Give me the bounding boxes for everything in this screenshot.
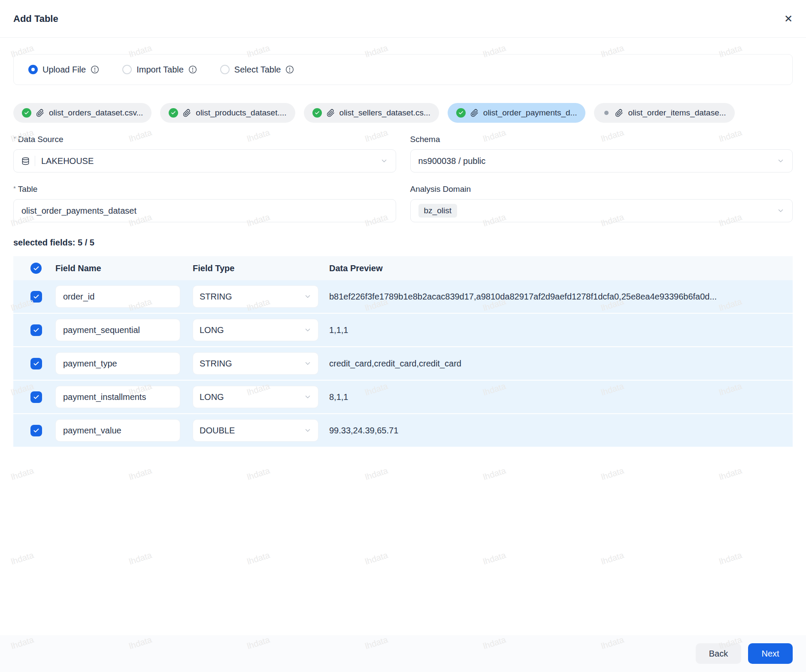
schema-select[interactable]: ns900038 / public [410,149,793,173]
paperclip-icon [183,109,191,117]
watermark-text: lhdata [246,550,271,567]
pending-dot-icon [604,111,609,115]
source-type-bar: Upload File Import Table Select Table [13,54,793,85]
watermark-text: lhdata [10,550,35,567]
uploaded-files-row: olist_orders_dataset.csv... olist_produc… [13,103,793,123]
column-header-data-preview: Data Preview [329,263,793,273]
data-preview-cell: credit_card,credit_card,credit_card [329,359,793,369]
radio-import-table[interactable]: Import Table [122,65,197,75]
next-button[interactable]: Next [748,643,793,664]
watermark-text: lhdata [600,466,625,482]
required-asterisk: * [13,135,16,142]
page-title: Add Table [13,13,58,24]
file-chip[interactable]: olist_sellers_dataset.cs... [304,103,439,123]
table-name-input[interactable]: olist_order_payments_dataset [13,199,396,222]
radio-upload-file[interactable]: Upload File [28,65,99,75]
check-icon [33,394,39,400]
watermark-text: lhdata [718,466,743,482]
chevron-down-icon [304,393,312,401]
watermark-text: lhdata [128,550,153,567]
file-chip[interactable]: olist_orders_dataset.csv... [13,103,152,123]
field-name-input[interactable]: payment_sequential [55,319,180,341]
watermark-text: lhdata [600,550,625,567]
chevron-down-icon [304,360,312,367]
file-chip[interactable]: olist_products_dataset.... [160,103,295,123]
file-chip-label: olist_products_dataset.... [196,108,286,118]
data-source-select[interactable]: LAKEHOUSE [13,149,396,173]
modal-header: Add Table ✕ [0,0,806,38]
data-preview-cell: b81ef226f3fe1789b1e8b2acac839d17,a9810da… [329,292,793,302]
row-checkbox[interactable] [30,358,42,369]
radio-label: Upload File [42,65,86,75]
paperclip-icon [36,109,44,117]
field-name-input[interactable]: payment_type [55,352,180,375]
domain-tag: bz_olist [418,204,457,218]
radio-icon[interactable] [220,65,230,74]
watermark-text: lhdata [482,550,507,567]
watermark-text: lhdata [364,466,389,482]
row-checkbox[interactable] [30,425,42,436]
chevron-down-icon [304,293,312,300]
row-checkbox[interactable] [30,324,42,336]
field-name-input[interactable]: payment_value [55,419,180,442]
field-type-select[interactable]: LONG [193,386,318,408]
schema-value: ns900038 / public [418,156,486,166]
chevron-down-icon [777,207,785,215]
watermark-text: lhdata [246,466,271,482]
info-icon[interactable] [91,65,99,74]
table-label: *Table [13,185,396,194]
radio-select-table[interactable]: Select Table [220,65,294,75]
field-name-input[interactable]: payment_installments [55,386,180,408]
file-chip-label: olist_orders_dataset.csv... [49,108,143,118]
back-button[interactable]: Back [696,643,741,664]
table-row: payment_installments LONG 8,1,1 [13,381,793,414]
file-chip-active[interactable]: olist_order_payments_d... [448,103,586,123]
paperclip-icon [615,109,623,117]
file-chip[interactable]: olist_order_items_datase... [594,103,734,123]
modal-footer: Back Next [0,635,806,672]
analysis-domain-field-group: Analysis Domain bz_olist [410,173,793,222]
watermark-text: lhdata [128,466,153,482]
watermark-text: lhdata [482,466,507,482]
close-icon[interactable]: ✕ [784,14,793,24]
chevron-down-icon [304,427,312,434]
analysis-domain-select[interactable]: bz_olist [410,199,793,222]
table-field-group: *Table olist_order_payments_dataset [13,173,396,222]
radio-label: Select Table [234,65,281,75]
success-check-icon [312,108,322,118]
info-icon[interactable] [188,65,197,74]
field-type-select[interactable]: STRING [193,352,318,375]
paperclip-icon [327,109,335,117]
data-source-field-group: *Data Source LAKEHOUSE [13,123,396,173]
select-all-checkbox[interactable] [30,263,42,274]
info-icon[interactable] [285,65,294,74]
database-icon [21,157,30,165]
table-header-row: Field Name Field Type Data Preview [13,256,793,280]
table-row: order_id STRING b81ef226f3fe1789b1e8b2ac… [13,280,793,314]
radio-icon[interactable] [28,65,38,74]
radio-icon[interactable] [122,65,132,74]
watermark-text: lhdata [364,550,389,567]
chevron-down-icon [380,157,388,165]
success-check-icon [456,108,466,118]
analysis-domain-label: Analysis Domain [410,185,793,194]
data-source-label: *Data Source [13,135,396,144]
watermark-text: lhdata [718,550,743,567]
check-icon [33,265,39,272]
data-preview-cell: 99.33,24.39,65.71 [329,426,793,436]
check-icon [33,294,39,300]
table-row: payment_value DOUBLE 99.33,24.39,65.71 [13,414,793,448]
row-checkbox[interactable] [30,391,42,403]
chevron-down-icon [777,157,785,165]
row-checkbox[interactable] [30,291,42,303]
field-type-select[interactable]: DOUBLE [193,419,318,442]
fields-table: Field Name Field Type Data Preview order… [13,256,793,448]
success-check-icon [169,108,178,118]
field-type-select[interactable]: LONG [193,319,318,341]
column-header-field-type: Field Type [193,263,329,273]
divider [35,156,35,166]
watermark-text: lhdata [10,466,35,482]
schema-label: Schema [410,135,793,144]
field-type-select[interactable]: STRING [193,285,318,308]
field-name-input[interactable]: order_id [55,285,180,308]
